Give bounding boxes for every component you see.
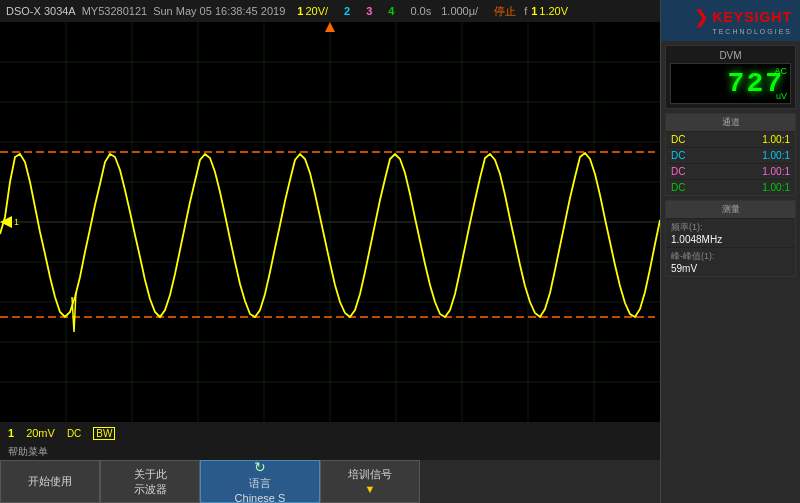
ch4-value: 1.00:1 xyxy=(762,182,790,193)
coupling-dc: DC xyxy=(67,428,81,439)
ch3-label: 3 xyxy=(366,5,372,17)
start-using-button[interactable]: 开始使用 xyxy=(0,460,100,503)
channel-section: 通道 DC 1.00:1 DC 1.00:1 DC 1.00:1 DC 1.00… xyxy=(665,113,796,196)
datetime: Sun May 05 16:38:45 2019 xyxy=(153,5,285,17)
bottom-menu: 开始使用 关于此 示波器 ↻ 语言 Chinese S 培训信号 ▼ xyxy=(0,460,660,503)
ch1-dc: DC xyxy=(671,134,685,145)
channel-info-bar: 1 20mV DC BW xyxy=(0,422,660,444)
help-menu-bar: 帮助菜单 xyxy=(0,444,660,460)
frequency-row: 频率(1): 1.0048MHz xyxy=(666,218,795,247)
ch2-dc: DC xyxy=(671,150,685,161)
ch1-label: 1 xyxy=(297,5,303,17)
arrow-down-icon: ▼ xyxy=(365,482,376,496)
dvm-unit: uV xyxy=(776,91,787,101)
measurements-title: 测量 xyxy=(666,201,795,218)
keysight-logo-area: ❯ KEYSIGHT TECHNOLOGIES xyxy=(661,0,800,41)
frequency-value: 1.0048MHz xyxy=(671,234,790,245)
dvm-label: DVM xyxy=(670,50,791,61)
header-bar: DSO-X 3034A MY53280121 Sun May 05 16:38:… xyxy=(0,0,660,22)
channel-4-row: DC 1.00:1 xyxy=(666,179,795,195)
peak-peak-value: 59mV xyxy=(671,263,790,274)
channel-3-row: DC 1.00:1 xyxy=(666,163,795,179)
svg-marker-20 xyxy=(325,22,335,32)
language-icon: ↻ xyxy=(254,458,266,476)
right-panel: ❯ KEYSIGHT TECHNOLOGIES DVM AC 727 uV 通道… xyxy=(660,0,800,503)
ch1-scale-bar: 20mV xyxy=(26,427,55,439)
dvm-display: AC 727 uV xyxy=(670,63,791,104)
ch4-label: 4 xyxy=(388,5,394,17)
peak-peak-label: 峰-峰值(1): xyxy=(671,250,790,263)
svg-text:1: 1 xyxy=(14,217,19,227)
ch2-value: 1.00:1 xyxy=(762,150,790,161)
time-offset: 0.0s xyxy=(410,5,431,17)
channel-section-title: 通道 xyxy=(666,114,795,131)
measurements-section: 测量 频率(1): 1.0048MHz 峰-峰值(1): 59mV xyxy=(665,200,796,277)
channel-2-row: DC 1.00:1 xyxy=(666,147,795,163)
help-label: 帮助菜单 xyxy=(8,445,48,459)
keysight-chevron-icon: ❯ xyxy=(694,6,709,28)
dvm-section: DVM AC 727 uV xyxy=(665,45,796,109)
serial-number: MY53280121 xyxy=(82,5,147,17)
trigger-status: 停止 xyxy=(494,4,516,19)
trigger-ch: 1 xyxy=(531,5,537,17)
frequency-label: 频率(1): xyxy=(671,221,790,234)
waveform-display: 1 xyxy=(0,22,660,422)
time-scale: 1.000μ/ xyxy=(441,5,478,17)
ch4-dc: DC xyxy=(671,182,685,193)
dvm-mode: AC xyxy=(774,66,787,76)
channel-1-row: DC 1.00:1 xyxy=(666,131,795,147)
training-signal-button[interactable]: 培训信号 ▼ xyxy=(320,460,420,503)
ch2-label: 2 xyxy=(344,5,350,17)
ch1-scale: 20V/ xyxy=(305,5,328,17)
ch3-value: 1.00:1 xyxy=(762,166,790,177)
ch1-value: 1.00:1 xyxy=(762,134,790,145)
language-button[interactable]: ↻ 语言 Chinese S xyxy=(200,460,320,503)
about-scope-button[interactable]: 关于此 示波器 xyxy=(100,460,200,503)
instrument-id: DSO-X 3034A xyxy=(6,5,76,17)
ch3-dc: DC xyxy=(671,166,685,177)
ch1-indicator: 1 xyxy=(8,427,14,439)
trigger-level: 1.20V xyxy=(539,5,568,17)
keysight-brand: KEYSIGHT xyxy=(712,9,792,25)
trigger-f: f xyxy=(524,5,527,17)
technologies-text: TECHNOLOGIES xyxy=(712,28,792,35)
bandwidth: BW xyxy=(93,427,115,440)
peak-peak-row: 峰-峰值(1): 59mV xyxy=(666,247,795,276)
